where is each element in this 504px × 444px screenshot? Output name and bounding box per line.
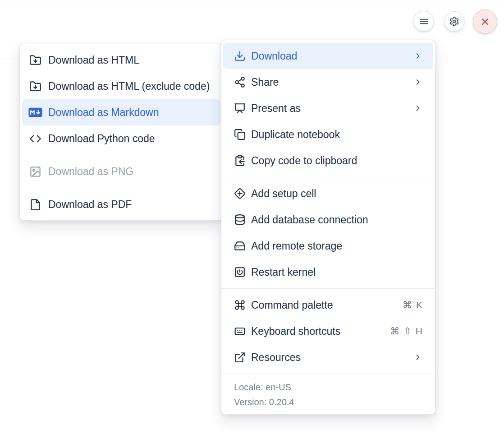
download-submenu: Download as HTMLDownload as HTML (exclud… — [19, 44, 223, 221]
menu-item-label: Resources — [251, 352, 301, 364]
menu-items-container: DownloadSharePresent asDuplicate noteboo… — [221, 43, 435, 370]
menu-item-trailing — [413, 104, 422, 113]
menu-item-download-python-code[interactable]: Download Python code — [22, 125, 220, 152]
menu-item-restart-kernel[interactable]: Restart kernel — [223, 259, 433, 285]
page-top-border — [0, 1, 504, 1]
clipboard-copy-icon — [234, 155, 246, 166]
menu-item-present-as[interactable]: Present as — [223, 95, 433, 121]
folder-down-icon — [28, 54, 42, 66]
menu-item-keyboard-shortcuts[interactable]: Keyboard shortcuts⌘⇧H — [223, 318, 433, 344]
menu-item-download-as-pdf[interactable]: Download as PDF — [22, 191, 220, 217]
power-square-icon — [234, 266, 246, 278]
menu-item-label: Download as PNG — [48, 166, 133, 178]
menu-item-label: Copy code to clipboard — [251, 155, 357, 167]
menu-item-label: Share — [251, 76, 279, 88]
menu-item-label: Add database connection — [251, 214, 368, 226]
menu-item-label: Add remote storage — [251, 240, 342, 252]
share-icon — [234, 76, 246, 88]
menu-separator — [221, 177, 435, 177]
menu-item-download-as-png: Download as PNG — [22, 158, 220, 185]
menu-item-add-remote-storage[interactable]: Add remote storage — [223, 233, 433, 259]
menu-item-download-as-html-exclude-code[interactable]: Download as HTML (exclude code) — [22, 73, 220, 99]
menu-item-label: Add setup cell — [251, 188, 316, 200]
menu-item-trailing: ⌘⇧H — [390, 326, 422, 337]
menu-item-duplicate-notebook[interactable]: Duplicate notebook — [223, 121, 433, 148]
folder-down-icon — [28, 80, 42, 92]
notebook-menu-button[interactable] — [413, 11, 434, 32]
code-icon — [28, 133, 42, 145]
hard-drive-icon — [234, 240, 246, 252]
cell-border-line — [0, 59, 20, 59]
menu-item-label: Download as Markdown — [48, 106, 159, 119]
menu-item-trailing — [413, 78, 422, 87]
presentation-icon — [234, 102, 246, 114]
menu-item-copy-code-to-clipboard[interactable]: Copy code to clipboard — [223, 148, 433, 174]
menu-item-label: Download — [251, 50, 297, 62]
external-link-icon — [234, 352, 246, 363]
shortcut-key: ⇧ — [403, 326, 412, 337]
menu-footer: Locale: en-US Version: 0.20.4 — [221, 377, 435, 412]
file-icon — [28, 199, 42, 211]
menu-item-label: Duplicate notebook — [251, 129, 340, 141]
keyboard-shortcut-hint: ⌘⇧H — [390, 326, 422, 337]
chevron-right-icon — [413, 51, 422, 60]
menu-item-add-database-connection[interactable]: Add database connection — [223, 207, 433, 233]
menu-separator — [221, 288, 435, 289]
shutdown-button[interactable] — [473, 9, 497, 34]
menu-item-share[interactable]: Share — [223, 69, 433, 95]
markdown-badge-icon — [28, 107, 42, 117]
download-icon — [234, 50, 246, 62]
version-text: Version: 0.20.4 — [234, 395, 422, 410]
menu-item-add-setup-cell[interactable]: Add setup cell — [223, 180, 433, 207]
menu-item-label: Download as PDF — [48, 199, 132, 211]
chevron-right-icon — [413, 353, 422, 362]
menu-item-download[interactable]: Download — [223, 43, 433, 69]
menu-item-label: Download as HTML — [48, 54, 139, 66]
menu-item-label: Download as HTML (exclude code) — [48, 80, 210, 92]
chevron-right-icon — [413, 78, 422, 87]
keyboard-icon — [234, 325, 246, 337]
locale-text: Locale: en-US — [234, 380, 422, 395]
menu-separator — [221, 374, 435, 374]
menu-item-trailing — [413, 353, 422, 362]
duplicate-icon — [234, 129, 246, 140]
menu-item-label: Download Python code — [48, 133, 155, 145]
menu-item-trailing — [413, 51, 422, 60]
menu-separator — [20, 188, 223, 188]
cell-border-line — [0, 90, 20, 90]
menu-item-trailing: ⌘K — [403, 300, 422, 310]
shortcut-key: K — [416, 300, 422, 310]
menu-separator — [20, 155, 223, 155]
database-icon — [234, 214, 246, 226]
menu-item-command-palette[interactable]: Command palette⌘K — [223, 292, 433, 318]
menu-item-label: Present as — [251, 102, 301, 115]
menu-item-download-as-markdown[interactable]: Download as Markdown — [22, 99, 220, 125]
settings-button[interactable] — [444, 11, 464, 32]
command-icon — [234, 299, 246, 311]
diamond-plus-icon — [234, 188, 246, 199]
image-icon — [28, 166, 42, 178]
keyboard-shortcut-hint: ⌘K — [403, 300, 422, 310]
shortcut-key: ⌘ — [390, 326, 399, 337]
menu-item-resources[interactable]: Resources — [223, 344, 433, 370]
notebook-page: { "colors": { "accent": "#3565ca", "high… — [0, 0, 504, 444]
shortcut-key: H — [416, 326, 422, 337]
menu-item-label: Keyboard shortcuts — [251, 325, 340, 338]
menu-item-label: Command palette — [251, 299, 333, 311]
chevron-right-icon — [413, 104, 422, 113]
notebook-menu: DownloadSharePresent asDuplicate noteboo… — [221, 40, 435, 415]
menu-item-label: Restart kernel — [251, 266, 316, 278]
shortcut-key: ⌘ — [403, 300, 412, 310]
menu-item-download-as-html[interactable]: Download as HTML — [22, 47, 220, 73]
